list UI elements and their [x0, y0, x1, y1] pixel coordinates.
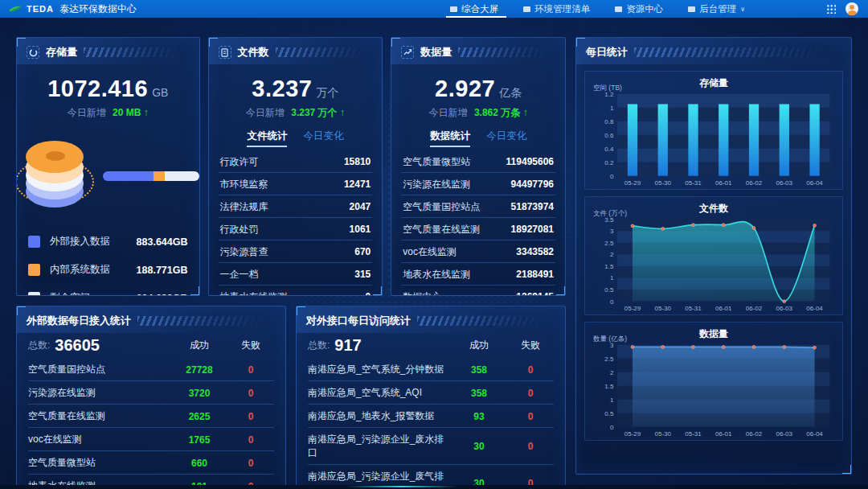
table-row: 污染源在线监测 94497796	[401, 173, 555, 195]
area-chart: 00.511.522.5305-2905-3005-3106-0106-0206…	[592, 341, 836, 438]
daily-files-chart: 文件数 文件 (万个) 00.511.522.533.505-2905-3005…	[584, 196, 843, 315]
delta-value: 3.237 万个	[291, 107, 337, 118]
usage-bar-segment	[165, 171, 199, 181]
up-arrow-icon: ↑	[340, 107, 345, 118]
table-row: voc在线监测 1765 0	[28, 428, 274, 451]
files-card: 文件数 3.237万个 今日新增 3.237 万个 ↑ 文件统计今日变化	[208, 37, 383, 296]
up-arrow-icon: ↑	[144, 107, 149, 118]
top-right-actions	[826, 0, 858, 18]
fail-count: 0	[227, 388, 274, 399]
storage-value: 1072.416	[47, 76, 148, 101]
data-unit: 亿条	[499, 86, 522, 99]
delta-label: 今日新增	[429, 107, 468, 118]
files-delta: 今日新增 3.237 万个 ↑	[209, 106, 383, 120]
row-label: 空气质量在线监测	[28, 409, 171, 423]
row-value: 2047	[350, 201, 371, 212]
hatch-decoration	[137, 316, 276, 326]
svg-text:05-30: 05-30	[654, 179, 671, 187]
svg-text:0: 0	[610, 173, 614, 180]
caret-down-icon: ∨	[740, 6, 745, 13]
row-value: 3343582	[516, 246, 554, 257]
row-label: 行政许可	[220, 155, 259, 169]
success-count: 27728	[171, 364, 227, 376]
svg-text:1.5: 1.5	[604, 382, 614, 389]
tab[interactable]: 今日变化	[303, 129, 343, 147]
total-value: 36605	[55, 336, 100, 355]
row-label: 污染源普查	[220, 245, 268, 259]
legend-row: 剩余空间 604.688GB	[28, 284, 188, 296]
svg-text:0.8: 0.8	[604, 118, 614, 125]
nav-item-label: 环境管理清单	[534, 3, 590, 15]
legend-label: 内部系统数据	[50, 263, 127, 277]
screen-icon	[688, 6, 695, 12]
screen-icon	[450, 6, 457, 12]
nav-item[interactable]: 资源中心	[604, 0, 678, 18]
table-row: 空气质量国控站点 27728 0	[28, 358, 274, 381]
table-row: 地表水在线监测 2188491	[401, 263, 555, 286]
success-count: 1765	[171, 434, 227, 446]
svg-text:06-03: 06-03	[776, 429, 793, 437]
tab[interactable]: 今日变化	[486, 129, 526, 147]
chart-y-axis-label: 空间 (TB)	[593, 84, 622, 93]
svg-text:05-31: 05-31	[685, 429, 702, 437]
svg-text:06-01: 06-01	[715, 179, 732, 187]
apps-grid-icon[interactable]	[826, 4, 836, 14]
files-table: 行政许可 15810 市环境监察 12471 法律法规库 2047	[219, 150, 373, 296]
row-label: 数据中心	[403, 290, 441, 297]
svg-text:2.5: 2.5	[604, 355, 614, 362]
total-value: 917	[334, 336, 361, 355]
success-count: 93	[451, 411, 507, 422]
svg-text:05-29: 05-29	[624, 429, 641, 437]
avatar-body	[848, 10, 857, 15]
table-row: 行政处罚 1061	[219, 218, 373, 240]
fail-count: 0	[227, 411, 274, 422]
svg-text:06-02: 06-02	[746, 179, 763, 187]
disk-stack-illustration	[17, 139, 90, 213]
nav-item-label: 资源中心	[626, 3, 663, 15]
table-row: 南港应急局_污染源企业_废水排口 30 0	[308, 428, 554, 465]
brand[interactable]: TEDA 泰达环保数据中心	[8, 2, 137, 16]
storage-unit: GB	[152, 86, 168, 99]
storage-legend: 外部接入数据 883.644GB 内部系统数据 188.771GB	[28, 228, 188, 296]
legend-value: 188.771GB	[137, 265, 188, 276]
legend-label: 剩余空间	[50, 291, 127, 296]
data-delta: 今日新增 3.862 万条 ↑	[391, 106, 565, 120]
svg-text:05-29: 05-29	[624, 179, 641, 187]
interface-access-panel: 对外接口每日访问统计 总数: 917 成功 失败 南港	[296, 306, 566, 489]
row-label: 空气质量国控站点	[403, 200, 480, 214]
delta-value: 20 MB	[113, 107, 141, 118]
fail-count: 0	[227, 364, 274, 376]
tab[interactable]: 文件统计	[247, 129, 287, 147]
panel-header: 每日统计	[576, 38, 851, 64]
storage-ring-icon	[27, 46, 39, 59]
svg-text:06-02: 06-02	[746, 304, 763, 311]
success-count: 358	[451, 364, 507, 376]
user-avatar[interactable]	[845, 2, 858, 15]
nav-item[interactable]: 后台管理 ∨	[678, 0, 755, 18]
table-row: 法律法规库 2047	[219, 195, 373, 218]
row-label: 法律法规库	[220, 200, 268, 214]
storage-visual	[17, 138, 199, 215]
data-volume-card: 数据量 2.927亿条 今日新增 3.862 万条 ↑ 数据统计今日变化	[391, 37, 566, 296]
legend-label: 外部接入数据	[50, 235, 127, 249]
row-value: 1061	[350, 224, 371, 235]
top-nav-bar: TEDA 泰达环保数据中心 综合大屏 环境管理清单 资源	[0, 0, 868, 18]
table-row: 南港应急局_地表水_报警数据 93 0	[308, 405, 554, 428]
svg-text:06-01: 06-01	[715, 429, 732, 437]
table-row: 污染源普查 670	[219, 240, 373, 263]
hatch-decoration	[276, 47, 373, 57]
table-row: 一企一档 315	[219, 263, 373, 286]
legend-row: 内部系统数据 188.771GB	[28, 256, 188, 284]
row-value: 1269145	[516, 291, 554, 296]
svg-text:1: 1	[610, 396, 614, 403]
svg-text:0: 0	[610, 298, 614, 305]
nav-item[interactable]: 综合大屏	[440, 0, 513, 18]
svg-text:2: 2	[610, 251, 614, 258]
svg-text:05-30: 05-30	[654, 429, 671, 437]
hatch-decoration	[634, 47, 841, 57]
row-value: 670	[354, 246, 371, 257]
svg-text:06-02: 06-02	[746, 429, 763, 437]
table-row: 数据中心 1269145	[401, 286, 555, 296]
nav-item[interactable]: 环境管理清单	[513, 0, 604, 18]
tab[interactable]: 数据统计	[430, 129, 470, 147]
